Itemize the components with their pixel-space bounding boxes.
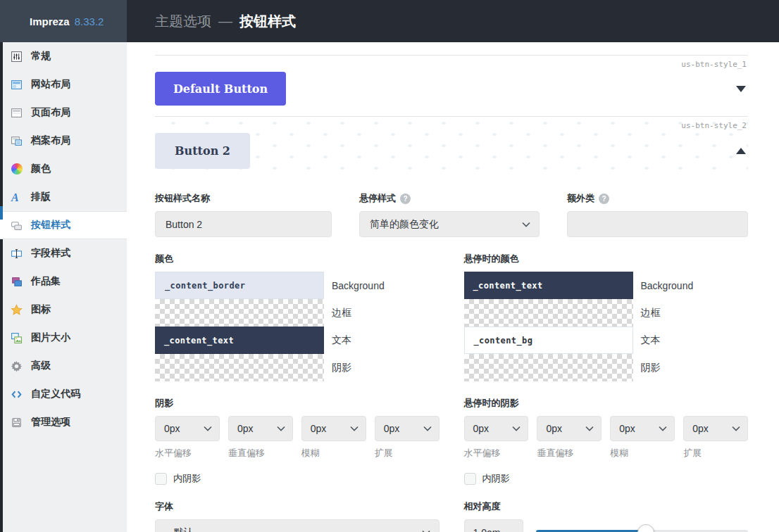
sidebar-item-typography[interactable]: A 排版 — [0, 183, 127, 211]
sidebar-item-site-layout[interactable]: 网站布局 — [0, 70, 127, 99]
color-wheel-icon — [11, 163, 23, 175]
font-select-value: – 默认 – — [166, 526, 201, 532]
chevron-down-icon — [512, 426, 521, 431]
extra-class-label: 额外类 ? — [567, 192, 748, 205]
button-style-2-row: us-btn-style_2 Button 2 — [155, 117, 748, 174]
sidebar-item-label: 常规 — [31, 50, 51, 63]
sidebar-item-portfolio[interactable]: 作品集 — [0, 267, 127, 296]
hover-style-label-text: 悬停样式 — [359, 192, 396, 205]
background-color-swatch[interactable]: _content_border — [155, 272, 324, 299]
expand-style-1-arrow-icon[interactable] — [736, 86, 746, 92]
colors-row: 颜色 _content_border _content_text Backgro… — [155, 253, 748, 381]
sidebar-item-icons[interactable]: 图标 — [0, 296, 127, 324]
hover-color-swatches: _content_text _content_bg — [464, 272, 633, 381]
sidebar-item-page-layout[interactable]: 页面布局 — [0, 99, 127, 127]
border-color-swatch[interactable] — [155, 299, 324, 327]
chevron-down-icon — [423, 426, 432, 431]
hover-border-color-swatch[interactable] — [464, 299, 633, 327]
svg-text:A: A — [11, 191, 19, 203]
top-bar: Impreza 8.33.2 主题选项 — 按钮样式 — [0, 0, 779, 42]
extra-class-input[interactable] — [567, 211, 748, 237]
shadow-h-offset-select[interactable]: 0px — [155, 416, 220, 441]
hover-background-color-swatch[interactable]: _content_text — [464, 272, 633, 299]
dd-value: 0px — [384, 423, 400, 434]
dd-label: 模糊 — [301, 447, 366, 460]
text-label: 文本 — [633, 327, 749, 354]
hover-text-color-swatch[interactable]: _content_bg — [464, 327, 633, 354]
dd-label: 垂直偏移 — [537, 447, 602, 460]
chevron-down-icon — [422, 530, 430, 532]
sidebar-item-label: 高级 — [31, 360, 51, 372]
dd-label: 垂直偏移 — [228, 447, 293, 460]
sidebar-item-label: 自定义代码 — [31, 388, 80, 400]
help-icon[interactable]: ? — [599, 194, 609, 204]
border-label: 边框 — [324, 299, 440, 327]
sidebar-item-image-sizes[interactable]: 图片大小 — [0, 324, 127, 352]
hover-shadow-h-offset-select[interactable]: 0px — [464, 416, 529, 441]
hover-shadow-blur-select[interactable]: 0px — [610, 416, 675, 441]
typography-icon: A — [11, 191, 23, 203]
font-row: 字体 – 默认 – 相对高度 — [155, 500, 748, 532]
sidebar-item-colors[interactable]: 颜色 — [0, 155, 127, 183]
sidebar-item-custom-code[interactable]: 自定义代码 — [0, 380, 127, 408]
line-height-slider[interactable] — [536, 519, 749, 532]
shadow-v-offset-select[interactable]: 0px — [228, 416, 293, 441]
slider-handle[interactable] — [637, 524, 654, 532]
style-id-label: us-btn-style_2 — [155, 117, 748, 133]
site-layout-icon — [11, 79, 23, 91]
inset-shadow-checkbox[interactable] — [155, 473, 167, 485]
extra-class-label-text: 额外类 — [567, 192, 594, 205]
sidebar-item-advanced[interactable]: 高级 — [0, 352, 127, 380]
sidebar-item-button-styles[interactable]: 按钮样式 — [0, 211, 127, 239]
sidebar-item-label: 按钮样式 — [31, 219, 70, 232]
dd-value: 0px — [164, 423, 180, 434]
sidebar-item-archive-layout[interactable]: 档案布局 — [0, 127, 127, 155]
font-select[interactable]: – 默认 – — [155, 519, 440, 532]
star-icon — [11, 304, 23, 316]
sidebar-item-label: 图标 — [31, 303, 51, 316]
color-swatches: _content_border _content_text — [155, 272, 324, 381]
sidebar: 常规 网站布局 页面布局 档案布局 颜色 A 排版 按钮样式 字段样式 — [0, 42, 127, 532]
field-styles-icon — [11, 248, 23, 260]
help-icon[interactable]: ? — [400, 194, 411, 204]
style-name-input[interactable] — [155, 211, 332, 237]
border-label: 边框 — [633, 299, 749, 327]
sidebar-item-admin-options[interactable]: 管理选项 — [0, 408, 127, 436]
header-bar: 主题选项 — 按钮样式 — [127, 0, 779, 42]
style-id-label: us-btn-style_1 — [155, 56, 748, 72]
dd-label: 扩展 — [375, 447, 440, 460]
dd-value: 0px — [311, 423, 327, 434]
sidebar-item-label: 颜色 — [31, 163, 51, 175]
chevron-down-icon — [659, 426, 667, 431]
sidebar-item-label: 页面布局 — [31, 106, 70, 119]
sidebar-item-label: 图片大小 — [31, 331, 70, 344]
hover-style-value: 简单的颜色变化 — [370, 218, 439, 231]
line-height-input[interactable] — [464, 519, 523, 532]
text-color-swatch[interactable]: _content_text — [155, 327, 324, 354]
shadow-color-swatch[interactable] — [155, 354, 324, 381]
hover-shadow-spread-select[interactable]: 0px — [683, 416, 748, 441]
shadow-spread-select[interactable]: 0px — [375, 416, 440, 441]
hover-colors-section-title: 悬停时的颜色 — [464, 253, 749, 265]
default-button-preview[interactable]: Default Button — [155, 72, 286, 106]
text-label: 文本 — [324, 327, 440, 354]
hover-style-label: 悬停样式 ? — [359, 192, 540, 205]
shadow-blur-select[interactable]: 0px — [301, 416, 366, 441]
button-2-preview[interactable]: Button 2 — [155, 133, 250, 169]
version-text: 8.33.2 — [75, 15, 104, 27]
admin-options-icon — [11, 417, 23, 429]
chevron-down-icon — [732, 426, 740, 431]
chevron-down-icon — [522, 222, 530, 227]
hover-style-select[interactable]: 简单的颜色变化 — [359, 211, 540, 237]
hover-inset-shadow-checkbox[interactable] — [464, 473, 476, 485]
hover-shadow-color-swatch[interactable] — [464, 354, 633, 381]
hover-shadow-v-offset-select[interactable]: 0px — [537, 416, 602, 441]
sidebar-item-general[interactable]: 常规 — [0, 42, 127, 70]
collapse-style-2-arrow-icon[interactable] — [736, 148, 746, 154]
chevron-down-icon — [277, 426, 285, 431]
name-field-label: 按钮样式名称 — [155, 192, 332, 205]
sidebar-item-field-styles[interactable]: 字段样式 — [0, 239, 127, 267]
shadows-row: 阴影 0px 水平偏移 0px 垂直偏移 — [155, 397, 748, 485]
chevron-down-icon — [204, 426, 212, 431]
logo-area: Impreza 8.33.2 — [0, 0, 127, 42]
